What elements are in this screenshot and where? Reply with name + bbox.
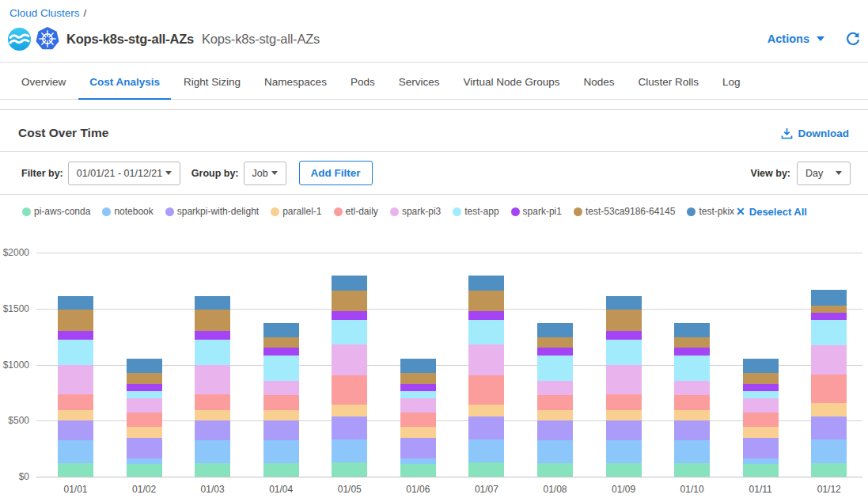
bar-segment-test-pkix: [263, 323, 299, 337]
view-by-select[interactable]: Day: [797, 162, 851, 185]
y-axis-label: $2000: [0, 247, 29, 258]
tab-nodes[interactable]: Nodes: [584, 63, 615, 100]
bar-segment-parallel-1: [743, 427, 779, 438]
bar-segment-test-53ca9186-64145: [58, 310, 93, 332]
bar-segment-notebook: [743, 458, 779, 464]
cost-over-time-chart: $0$500$1000$1500$200001/0101/0201/0301/0…: [0, 226, 868, 500]
bar-segment-notebook: [263, 440, 299, 463]
legend-item-notebook[interactable]: notebook: [102, 206, 153, 217]
bar-01/03[interactable]: [195, 296, 230, 477]
y-axis-label: $500: [0, 415, 29, 426]
tab-cluster-rolls[interactable]: Cluster Rolls: [639, 63, 699, 100]
bar-segment-spark-pi1: [127, 384, 162, 391]
bar-segment-notebook: [606, 440, 642, 463]
bar-segment-etl-daily: [332, 375, 367, 405]
bar-01/06[interactable]: [400, 359, 436, 477]
bar-segment-etl-daily: [743, 413, 779, 427]
breadcrumb-link-cloud-clusters[interactable]: Cloud Clusters: [9, 7, 80, 19]
section-header: Cost Over Time Download: [0, 110, 868, 151]
bar-segment-test-app: [743, 391, 779, 397]
legend-item-spark-pi1[interactable]: spark-pi1: [511, 206, 562, 217]
date-range-select[interactable]: 01/01/21 - 01/12/21: [68, 162, 180, 185]
bar-segment-test-app: [537, 356, 573, 381]
tab-namespaces[interactable]: Namespaces: [264, 63, 327, 100]
legend-label: spark-pi1: [523, 206, 562, 217]
bar-segment-spark-pi1: [468, 311, 504, 320]
legend-label: spark-pi3: [402, 206, 441, 217]
legend-dot: [453, 207, 461, 216]
legend-item-sparkpi-with-delight[interactable]: sparkpi-with-delight: [165, 206, 259, 217]
view-by-value: Day: [805, 168, 823, 179]
x-axis-label: 01/08: [527, 484, 582, 495]
bar-01/01[interactable]: [58, 296, 93, 477]
download-button[interactable]: Download: [781, 127, 850, 139]
x-axis-label: 01/09: [596, 484, 651, 495]
x-axis-label: 01/03: [185, 484, 241, 495]
tab-pods[interactable]: Pods: [351, 63, 375, 100]
group-by-select[interactable]: Job: [244, 162, 286, 185]
bar-segment-test-app: [127, 391, 162, 397]
legend-dot: [102, 207, 111, 216]
bar-segment-sparkpi-with-delight: [674, 420, 710, 440]
breadcrumb: Cloud Clusters/: [0, 0, 868, 21]
y-axis-label: $1000: [0, 359, 29, 371]
bar-segment-spark-pi3: [468, 344, 504, 375]
group-by-value: Job: [252, 168, 268, 179]
bar-segment-spark-pi3: [743, 398, 779, 413]
bar-segment-parallel-1: [127, 427, 162, 438]
bar-segment-parallel-1: [332, 405, 367, 416]
tab-virtual-node-groups[interactable]: Virtual Node Groups: [463, 63, 559, 100]
tab-log[interactable]: Log: [722, 63, 741, 100]
legend-item-test-app[interactable]: test-app: [453, 206, 498, 217]
add-filter-button[interactable]: Add Filter: [299, 161, 373, 185]
legend-item-parallel-1[interactable]: parallel-1: [271, 206, 321, 217]
bar-segment-test-pkix: [743, 359, 779, 373]
bar-segment-spark-pi1: [263, 348, 299, 356]
legend-item-pi-aws-conda[interactable]: pi-aws-conda: [22, 206, 90, 217]
legend-label: pi-aws-conda: [34, 206, 90, 217]
bar-01/07[interactable]: [468, 276, 504, 477]
tab-services[interactable]: Services: [399, 63, 440, 100]
bar-01/02[interactable]: [127, 359, 162, 477]
legend-item-etl-daily[interactable]: etl-daily: [334, 206, 378, 217]
bar-segment-spark-pi1: [674, 348, 710, 356]
bar-segment-test-app: [332, 320, 367, 344]
tab-bar: OverviewCost AnalysisRight SizingNamespa…: [0, 63, 868, 100]
legend-label: test-app: [464, 206, 498, 217]
actions-button[interactable]: Actions: [768, 32, 824, 45]
bar-01/04[interactable]: [263, 323, 299, 477]
deselect-all-label: Deselect All: [749, 206, 807, 218]
x-axis-label: 01/04: [253, 484, 309, 495]
legend-item-test-pkix[interactable]: test-pkix: [687, 206, 734, 217]
legend-item-spark-pi3[interactable]: spark-pi3: [390, 206, 441, 217]
bar-segment-notebook: [468, 439, 504, 462]
bar-segment-notebook: [195, 440, 230, 463]
bar-segment-test-pkix: [811, 290, 847, 305]
tab-overview[interactable]: Overview: [21, 63, 66, 100]
deselect-all-button[interactable]: ✕ Deselect All: [736, 205, 807, 218]
bar-01/12[interactable]: [811, 290, 847, 477]
bar-segment-parallel-1: [537, 410, 573, 420]
bar-segment-parallel-1: [674, 410, 710, 420]
legend-item-test-53ca9186-64145[interactable]: test-53ca9186-64145: [574, 206, 675, 217]
bar-01/09[interactable]: [606, 296, 642, 477]
bar-segment-test-app: [400, 391, 436, 397]
legend-dot: [390, 207, 399, 216]
bar-segment-etl-daily: [195, 394, 230, 410]
tab-cost-analysis[interactable]: Cost Analysis: [78, 63, 171, 100]
bar-segment-spark-pi1: [811, 313, 847, 320]
bar-segment-test-app: [468, 320, 504, 344]
bar-segment-spark-pi3: [606, 365, 642, 394]
view-by-label: View by:: [751, 168, 790, 179]
section-title: Cost Over Time: [18, 126, 108, 140]
bar-segment-test-53ca9186-64145: [263, 337, 299, 348]
legend-label: notebook: [114, 206, 153, 217]
bar-01/05[interactable]: [332, 276, 367, 477]
bar-01/11[interactable]: [743, 359, 779, 477]
bar-01/10[interactable]: [674, 323, 710, 477]
bar-segment-notebook: [537, 440, 573, 463]
bar-segment-test-53ca9186-64145: [743, 373, 779, 384]
refresh-icon[interactable]: [846, 32, 860, 46]
bar-01/08[interactable]: [537, 323, 573, 477]
tab-right-sizing[interactable]: Right Sizing: [184, 63, 241, 100]
